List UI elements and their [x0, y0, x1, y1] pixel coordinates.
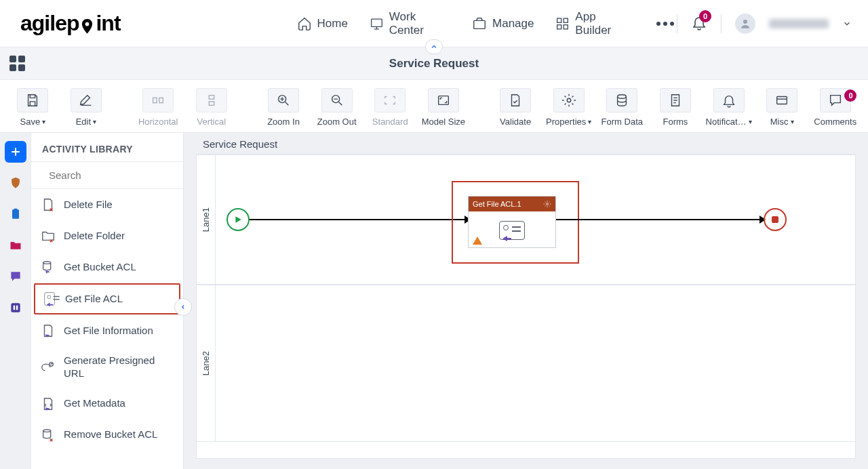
- activity-header: Get File ACL.1: [469, 197, 555, 211]
- nav-manage[interactable]: Manage: [472, 16, 534, 31]
- toolbar: Save▾ Edit▾ Horizontal Vertical Zoom In …: [0, 80, 868, 133]
- svg-rect-2: [474, 20, 486, 28]
- file-acl-icon: [42, 291, 57, 306]
- tool-comments[interactable]: 0 Comments: [812, 88, 859, 127]
- tool-save[interactable]: Save▾: [9, 88, 56, 127]
- search-input[interactable]: [47, 169, 179, 182]
- library-item-label: Get File Information: [64, 325, 153, 338]
- canvas[interactable]: Lane1 Get File ACL.1: [196, 154, 856, 459]
- notifications-badge: 0: [699, 10, 711, 22]
- library-search[interactable]: [31, 161, 183, 189]
- tool-notifications-label: Notificat…: [706, 117, 747, 127]
- library-item-get-metadata[interactable]: Get Metadata: [31, 388, 183, 420]
- tool-save-label: Save: [20, 117, 40, 127]
- svg-rect-6: [564, 24, 568, 28]
- svg-rect-9: [159, 98, 163, 102]
- svg-rect-3: [557, 18, 561, 22]
- nav-more-button[interactable]: [654, 12, 677, 36]
- user-menu-chevron[interactable]: [842, 19, 852, 28]
- tool-zoom-in[interactable]: Zoom In: [260, 88, 307, 127]
- avatar[interactable]: [735, 14, 755, 34]
- logo-text-a: agilep: [20, 11, 79, 36]
- tool-zoom-out-label: Zoom Out: [317, 117, 357, 127]
- tool-edit-label: Edit: [76, 117, 91, 127]
- library-item-label: Get Bucket ACL: [64, 261, 136, 274]
- canvas-title: Service Request: [196, 133, 856, 154]
- svg-rect-20: [11, 303, 20, 312]
- library-item-delete-folder[interactable]: Delete Folder: [31, 220, 183, 251]
- svg-point-15: [567, 98, 571, 102]
- library-list: Delete File Delete Folder Get Bucket ACL…: [31, 189, 183, 469]
- rail-clipboard-icon[interactable]: [5, 203, 26, 225]
- nav-work-center[interactable]: Work Center: [370, 10, 450, 37]
- svg-rect-14: [439, 96, 449, 105]
- tool-standard[interactable]: Standard: [367, 88, 414, 127]
- tool-vertical[interactable]: Vertical: [188, 88, 235, 127]
- nav-home[interactable]: Home: [297, 16, 348, 31]
- tool-properties[interactable]: Properties▾: [545, 88, 592, 127]
- library-item-label: Remove Bucket ACL: [64, 428, 157, 441]
- tool-horizontal-label: Horizontal: [138, 117, 178, 127]
- logo-pin-icon: [81, 16, 94, 32]
- tool-zoom-out[interactable]: Zoom Out: [313, 88, 360, 127]
- tool-misc[interactable]: Misc▾: [759, 88, 806, 127]
- apps-grid-button[interactable]: [9, 56, 25, 71]
- library-title: ACTIVITY LIBRARY: [31, 133, 183, 161]
- svg-point-27: [547, 203, 549, 205]
- library-item-label: Generate Presigned URL: [64, 354, 174, 380]
- collapse-library-button[interactable]: [174, 298, 192, 316]
- nav-work-center-label: Work Center: [389, 10, 450, 37]
- lane-1[interactable]: Lane1 Get File ACL.1: [197, 155, 855, 285]
- tool-model-size[interactable]: Model Size: [420, 88, 467, 127]
- presigned-url-icon: [41, 360, 56, 375]
- activity-title: Get File ACL.1: [473, 200, 521, 208]
- library-item-remove-bucket-acl[interactable]: Remove Bucket ACL: [31, 420, 183, 451]
- rail-pause-icon[interactable]: [5, 297, 26, 319]
- bucket-acl-icon: [41, 260, 56, 274]
- nav-app-builder[interactable]: App Builder: [555, 10, 631, 37]
- tool-forms[interactable]: Forms: [652, 88, 699, 127]
- library-item-label: Get File ACL: [65, 293, 123, 306]
- svg-rect-11: [209, 102, 214, 106]
- tool-horizontal[interactable]: Horizontal: [135, 88, 182, 127]
- file-acl-glyph: [499, 221, 525, 240]
- notifications-bell[interactable]: 0: [691, 14, 707, 33]
- tool-edit[interactable]: Edit▾: [63, 88, 110, 127]
- library-item-get-file-acl[interactable]: Get File ACL: [34, 283, 180, 314]
- rail-folder-icon[interactable]: [5, 234, 26, 256]
- rail-chat-icon[interactable]: [5, 266, 26, 287]
- svg-rect-5: [557, 24, 561, 28]
- gear-icon[interactable]: [543, 200, 551, 208]
- activity-get-file-acl[interactable]: Get File ACL.1: [468, 196, 556, 248]
- tool-zoom-in-label: Zoom In: [267, 117, 300, 127]
- library-item-label: Get Metadata: [64, 397, 125, 410]
- svg-point-7: [743, 20, 747, 24]
- library-item-get-file-information[interactable]: Get File Information: [31, 315, 183, 346]
- collapse-header-button[interactable]: [425, 39, 443, 54]
- activity-body: [469, 211, 555, 249]
- activity-library-panel: ACTIVITY LIBRARY Delete File Delete Fold…: [31, 133, 184, 469]
- library-item-generate-presigned-url[interactable]: Generate Presigned URL: [31, 346, 183, 388]
- svg-rect-10: [209, 96, 214, 100]
- tool-form-data-label: Form Data: [601, 117, 643, 127]
- logo: agilep int: [20, 11, 121, 36]
- tool-validate[interactable]: Validate: [492, 88, 539, 127]
- bucket-remove-icon: [41, 428, 56, 443]
- folder-delete-icon: [41, 228, 56, 243]
- tool-form-data[interactable]: Form Data: [599, 88, 646, 127]
- tool-comments-label: Comments: [814, 117, 856, 127]
- tool-vertical-label: Vertical: [197, 117, 226, 127]
- start-node[interactable]: [226, 208, 250, 231]
- end-node[interactable]: [764, 208, 787, 231]
- sub-header: Service Request: [0, 47, 868, 80]
- rail-add-button[interactable]: [5, 141, 26, 163]
- edge-1: [250, 219, 468, 220]
- svg-rect-21: [13, 306, 15, 310]
- rail-cloud-icon[interactable]: [5, 172, 26, 194]
- lane-2[interactable]: Lane2: [197, 285, 855, 442]
- library-item-get-bucket-acl[interactable]: Get Bucket ACL: [31, 251, 183, 283]
- library-item-delete-file[interactable]: Delete File: [31, 189, 183, 220]
- header-divider-2: [721, 14, 722, 33]
- tool-notifications[interactable]: Notificat…▾: [705, 88, 752, 127]
- svg-rect-19: [14, 209, 17, 211]
